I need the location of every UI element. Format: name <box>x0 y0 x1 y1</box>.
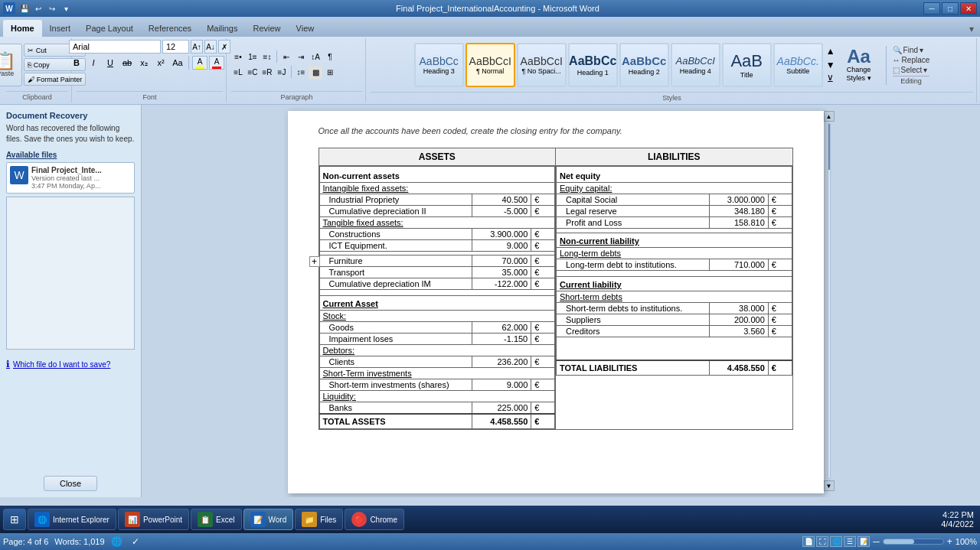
word-app-icon: W <box>3 2 15 15</box>
table-add-btn[interactable]: + <box>309 256 320 267</box>
tab-home[interactable]: Home <box>3 20 42 37</box>
styles-scroll-up[interactable]: ▲ <box>826 44 835 58</box>
restore-btn[interactable]: □ <box>942 2 959 15</box>
style-heading3[interactable]: AaBbCc Heading 3 <box>414 43 464 87</box>
check-icon[interactable]: ✓ <box>129 535 142 548</box>
change-styles-button[interactable]: Aa ChangeStyles ▾ <box>840 47 878 83</box>
right-scrollbar[interactable]: ▲ ▼ <box>824 111 835 491</box>
close-recovery-btn[interactable]: Close <box>44 476 97 491</box>
short-term-inv-label: Short-term investments (shares) <box>319 379 472 391</box>
increase-indent-btn[interactable]: ⇥ <box>294 50 308 64</box>
underline-button[interactable]: U <box>103 56 118 70</box>
tab-view[interactable]: View <box>289 20 322 37</box>
styles-more-btn[interactable]: ⊻ <box>827 72 834 86</box>
clock-date: 4/4/2022 <box>941 519 974 529</box>
save-quick-btn[interactable]: 💾 <box>18 2 31 15</box>
line-spacing-btn[interactable]: ↕≡ <box>294 66 308 80</box>
view-fullscreen-btn[interactable]: ⛶ <box>816 536 828 547</box>
view-outline-btn[interactable]: ☰ <box>844 536 856 547</box>
taskbar-powerpoint[interactable]: 📊 PowerPoint <box>118 509 189 530</box>
border-btn[interactable]: ⊞ <box>323 66 337 80</box>
view-draft-btn[interactable]: 📝 <box>858 536 870 547</box>
tab-insert[interactable]: Insert <box>42 20 79 37</box>
style-normal[interactable]: AaBbCcI ¶ Normal <box>466 43 515 87</box>
taskbar-files[interactable]: 📁 Files <box>295 509 343 530</box>
styles-scroll-down[interactable]: ▼ <box>826 58 835 72</box>
sort-btn[interactable]: ↕A <box>309 50 322 64</box>
show-marks-btn[interactable]: ¶ <box>323 50 337 64</box>
change-case-button[interactable]: Aa <box>170 56 185 70</box>
tab-page-layout[interactable]: Page Layout <box>78 20 141 37</box>
document-area[interactable]: + Once all the accounts have been coded,… <box>142 105 980 497</box>
italic-button[interactable]: I <box>86 56 101 70</box>
shading-btn[interactable]: ▩ <box>309 66 322 80</box>
taskbar-chrome[interactable]: 🔴 Chrome <box>345 509 404 530</box>
style-normal-label: ¶ Normal <box>476 67 504 75</box>
tab-review[interactable]: Review <box>245 20 288 37</box>
bullets-btn[interactable]: ≡• <box>231 50 245 64</box>
short-term-inv-amount: 9.000 <box>472 379 531 391</box>
bold-button[interactable]: B <box>69 56 84 70</box>
style-heading4[interactable]: AaBbCcI Heading 4 <box>671 43 720 87</box>
tab-mailings[interactable]: Mailings <box>199 20 245 37</box>
view-web-btn[interactable]: 🌐 <box>830 536 842 547</box>
zoom-slider-thumb[interactable] <box>884 539 914 544</box>
word-label: Word <box>269 516 287 524</box>
justify-btn[interactable]: ≡J <box>275 66 289 80</box>
scroll-thumb[interactable] <box>828 124 830 170</box>
numbering-btn[interactable]: 1≡ <box>246 50 260 64</box>
style-heading2[interactable]: AaBbCc Heading 2 <box>619 43 669 87</box>
scroll-down-btn[interactable]: ▼ <box>824 480 835 491</box>
style-title[interactable]: AaB Title <box>722 43 772 87</box>
view-buttons: 📄 ⛶ 🌐 ☰ 📝 <box>802 536 870 547</box>
replace-button[interactable]: ↔ Replace <box>893 56 930 64</box>
font-size-select[interactable]: 12 <box>162 40 189 54</box>
style-no-spacing[interactable]: AaBbCcI ¶ No Spaci... <box>517 43 567 87</box>
ribbon-expander[interactable]: ▾ <box>966 21 977 37</box>
recovered-file-item[interactable]: W Final Project_Inte... Version created … <box>6 162 135 194</box>
find-button[interactable]: 🔍 Find ▾ <box>893 46 930 54</box>
decrease-indent-btn[interactable]: ⇤ <box>279 50 293 64</box>
redo-quick-btn[interactable]: ↪ <box>46 2 58 15</box>
decrease-font-btn[interactable]: A↓ <box>204 40 217 54</box>
subscript-button[interactable]: x₂ <box>136 56 152 70</box>
files-icon: 📁 <box>302 512 317 527</box>
short-term-header-row: Short-Term investments <box>319 368 555 379</box>
style-subtitle[interactable]: AaBbCc. Subtitle <box>773 43 823 87</box>
taskbar-word[interactable]: 📝 Word <box>243 509 294 530</box>
taskbar-ie[interactable]: 🌐 Internet Explorer <box>28 509 116 530</box>
tab-references[interactable]: References <box>141 20 199 37</box>
superscript-button[interactable]: x² <box>153 56 168 70</box>
taskbar-excel[interactable]: 📋 Excel <box>191 509 241 530</box>
strikethrough-button[interactable]: ab <box>119 56 135 70</box>
multilevel-btn[interactable]: ≡↕ <box>260 50 274 64</box>
zoom-slider-track[interactable] <box>883 539 944 545</box>
ppt-icon: 📊 <box>125 512 140 527</box>
scroll-track[interactable] <box>828 123 831 479</box>
close-btn[interactable]: ✕ <box>960 2 977 15</box>
align-right-btn[interactable]: ≡R <box>260 66 274 80</box>
paste-button[interactable]: 📋 Paste <box>0 44 22 86</box>
highlight-color-btn[interactable]: A <box>192 56 207 70</box>
minimize-btn[interactable]: ─ <box>923 2 940 15</box>
align-center-btn[interactable]: ≡C <box>246 66 260 80</box>
style-heading1[interactable]: AaBbCc Heading 1 <box>568 43 618 87</box>
font-family-select[interactable]: Arial <box>69 40 161 54</box>
zoom-out-btn[interactable]: ─ <box>873 536 880 547</box>
align-left-btn[interactable]: ≡L <box>231 66 245 80</box>
non-current-assets-row: Non-current assets <box>319 167 555 183</box>
style-heading4-label: Heading 4 <box>680 67 711 75</box>
which-file-link[interactable]: ℹ Which file do I want to save? <box>6 359 135 369</box>
scroll-up-btn[interactable]: ▲ <box>824 111 835 122</box>
select-button[interactable]: ⬚ Select ▾ <box>893 66 930 74</box>
current-asset-header-row: Current Asset <box>319 296 555 311</box>
qa-dropdown-btn[interactable]: ▾ <box>60 2 72 15</box>
ie-label: Internet Explorer <box>53 516 109 524</box>
zoom-in-btn[interactable]: + <box>947 536 952 547</box>
taskbar-start[interactable]: ⊞ <box>3 509 26 530</box>
undo-quick-btn[interactable]: ↩ <box>32 2 44 15</box>
view-print-btn[interactable]: 📄 <box>802 536 815 547</box>
font-color-btn[interactable]: A <box>209 56 224 70</box>
language-icon[interactable]: 🌐 <box>111 535 123 548</box>
increase-font-btn[interactable]: A↑ <box>191 40 203 54</box>
